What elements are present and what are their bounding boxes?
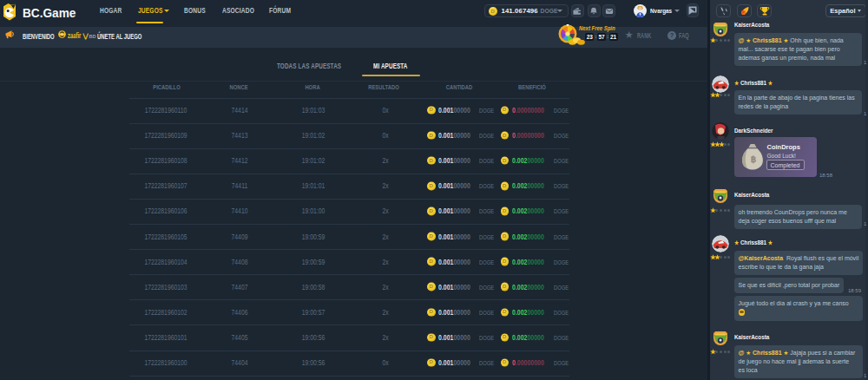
svg-text:฿: ฿ [750, 154, 756, 164]
